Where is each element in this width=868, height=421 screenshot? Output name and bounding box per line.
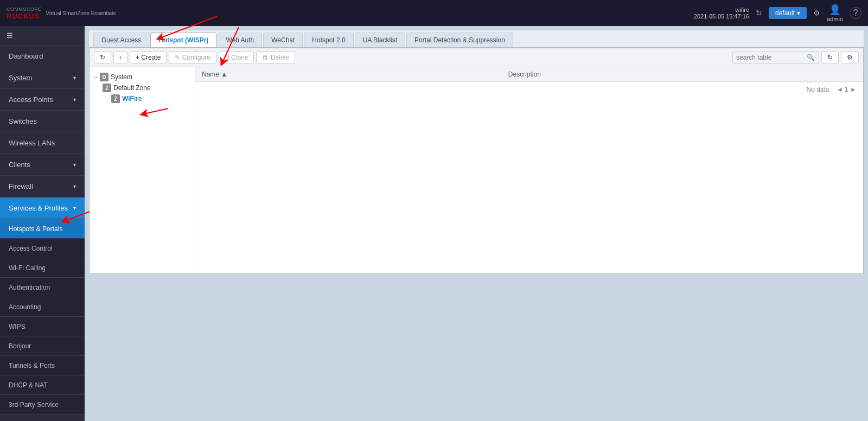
delete-label: 🗑 Delete [262, 54, 289, 61]
sidebar-item-label: Switches [9, 117, 37, 125]
wifire-badge: Z [111, 94, 120, 103]
create-label: + Create [136, 54, 161, 61]
tree-item-label: WiFire [122, 95, 142, 103]
col-settings-icon: ⚙ [847, 54, 853, 61]
back-button[interactable]: ‹ [113, 52, 127, 63]
arrow-icon: ▾ [73, 183, 76, 189]
sidebar-item-firewall[interactable]: Firewall ▾ [0, 176, 85, 197]
sidebar-item-switches[interactable]: Switches [0, 111, 85, 132]
tab-portal-detection[interactable]: Portal Detection & Suppression [406, 33, 513, 47]
arrow-icon: ▾ [73, 162, 76, 168]
clone-button[interactable]: ⧉ Clone [219, 52, 254, 63]
header-info: wifire 2021-05-05 15:47:16 [694, 7, 749, 20]
sidebar-item-wifi-calling[interactable]: Wi-Fi Calling [0, 258, 85, 278]
sidebar-item-label: WIPS [9, 323, 25, 330]
sidebar-toggle[interactable]: ☰ [0, 26, 85, 46]
sidebar: ☰ Dashboard System ▾ Access Points ▾ Swi… [0, 26, 85, 421]
ruckus-brand-text: RUCKUS [7, 12, 42, 20]
sidebar-item-label: Authentication [9, 284, 50, 291]
main-content: Guest Access Hotspot (WISPr) Web Auth We… [85, 26, 868, 421]
refresh-button[interactable]: ↻ [94, 52, 111, 63]
admin-icon: 👤 [829, 4, 841, 16]
sidebar-item-access-control[interactable]: Access Control [0, 239, 85, 258]
sidebar-item-label: DHCP & NAT [9, 381, 48, 389]
tab-label: Hotspot (WISPr) [158, 36, 208, 44]
sidebar-item-label: Wi-Fi Calling [9, 264, 46, 272]
clone-label: ⧉ Clone [225, 54, 248, 61]
tab-ua-blacklist[interactable]: UA Blacklist [355, 33, 405, 47]
sidebar-item-accounting[interactable]: Accounting [0, 297, 85, 317]
table-refresh-button[interactable]: ↻ [821, 52, 839, 63]
system-badge: D [100, 73, 108, 81]
sidebar-item-label: Tunnels & Ports [9, 362, 55, 369]
tree-item-wifire[interactable]: Z WiFire [94, 93, 190, 104]
admin-area[interactable]: 👤 admin [827, 4, 843, 22]
arrow-icon: ▾ [73, 97, 76, 103]
delete-button[interactable]: 🗑 Delete [256, 52, 295, 63]
col-header-name[interactable]: Name ▲ [195, 67, 502, 82]
sidebar-item-label: Services & Profiles [9, 204, 68, 212]
configure-label: ✎ Configure [175, 54, 210, 61]
column-settings-button[interactable]: ⚙ [841, 52, 859, 63]
tree-item-system[interactable]: − D System [94, 72, 190, 82]
search-icon: 🔍 [807, 54, 815, 61]
admin-label: admin [827, 16, 843, 22]
tree-item-label: Default Zone [113, 84, 151, 92]
sidebar-item-access-points[interactable]: Access Points ▾ [0, 89, 85, 111]
search-box: 🔍 [732, 52, 819, 63]
help-button[interactable]: ? [850, 7, 861, 19]
sidebar-item-label: Wireless LANs [9, 139, 55, 147]
default-zone-label: default [775, 9, 795, 17]
sort-icon: ▲ [221, 71, 227, 78]
sidebar-item-label: Bonjour [9, 342, 31, 350]
tab-guest-access[interactable]: Guest Access [93, 33, 149, 47]
sidebar-item-wireless-lans[interactable]: Wireless LANs [0, 132, 85, 154]
refresh-icon: ↻ [100, 54, 105, 61]
device-name: wifire [694, 7, 749, 13]
table-footer: No data ◄ 1 ► [195, 82, 863, 97]
hamburger-icon: ☰ [7, 31, 13, 40]
col-header-description[interactable]: Description [502, 67, 863, 82]
sidebar-item-services-profiles[interactable]: Services & Profiles ▾ [0, 197, 85, 219]
create-button[interactable]: + Create [130, 52, 167, 63]
tabs-bar: Guest Access Hotspot (WISPr) Web Auth We… [89, 30, 864, 48]
tree-panel: − D System Z Default Zone Z WiFire [90, 67, 195, 273]
header-settings-button[interactable]: ⚙ [813, 9, 820, 17]
collapse-icon: − [94, 73, 98, 81]
tab-hotspot-20[interactable]: Hotspot 2.0 [304, 33, 353, 47]
sidebar-item-3rd-party[interactable]: 3rd Party Service [0, 395, 85, 414]
content-panel: ↻ ‹ + Create ✎ Configure ⧉ Clone 🗑 Delet… [89, 48, 864, 274]
vsz-label: Virtual SmartZone Essentials [46, 10, 116, 16]
sidebar-item-dashboard[interactable]: Dashboard [0, 46, 85, 67]
tab-hotspot-wispr[interactable]: Hotspot (WISPr) [150, 33, 216, 47]
tree-item-default-zone[interactable]: Z Default Zone [94, 82, 190, 93]
tree-item-label: System [111, 73, 132, 81]
sidebar-item-label: Clients [9, 161, 30, 169]
arrow-icon: ▾ [73, 205, 76, 211]
sidebar-item-label: 3rd Party Service [9, 401, 59, 409]
sidebar-item-hotspots-portals[interactable]: Hotspots & Portals [0, 219, 85, 239]
sidebar-item-wips[interactable]: WIPS [0, 317, 85, 336]
chevron-down-icon: ▾ [797, 9, 800, 17]
tab-label: WeChat [271, 36, 295, 44]
commscope-brand-text: COMMSCOPE [7, 7, 42, 12]
default-zone-button[interactable]: default ▾ [769, 7, 807, 19]
header-right: wifire 2021-05-05 15:47:16 ↻ default ▾ ⚙… [694, 4, 861, 22]
search-input[interactable] [736, 54, 807, 61]
tab-label: Web Auth [226, 36, 254, 44]
header-refresh-button[interactable]: ↻ [756, 9, 762, 17]
table-panel: Name ▲ Description [195, 67, 863, 273]
tab-web-auth[interactable]: Web Auth [218, 33, 262, 47]
sidebar-item-tunnels-ports[interactable]: Tunnels & Ports [0, 356, 85, 375]
logo-area: COMMSCOPE RUCKUS Virtual SmartZone Essen… [7, 7, 116, 20]
configure-button[interactable]: ✎ Configure [169, 52, 216, 63]
ruckus-logo: COMMSCOPE RUCKUS [7, 7, 42, 20]
sidebar-item-authentication[interactable]: Authentication [0, 278, 85, 297]
pagination[interactable]: ◄ 1 ► [837, 86, 857, 93]
tab-wechat[interactable]: WeChat [263, 33, 303, 47]
sidebar-item-dhcp-nat[interactable]: DHCP & NAT [0, 375, 85, 395]
sidebar-item-label: Access Control [9, 245, 53, 252]
sidebar-item-bonjour[interactable]: Bonjour [0, 336, 85, 356]
sidebar-item-system[interactable]: System ▾ [0, 67, 85, 89]
sidebar-item-clients[interactable]: Clients ▾ [0, 154, 85, 176]
